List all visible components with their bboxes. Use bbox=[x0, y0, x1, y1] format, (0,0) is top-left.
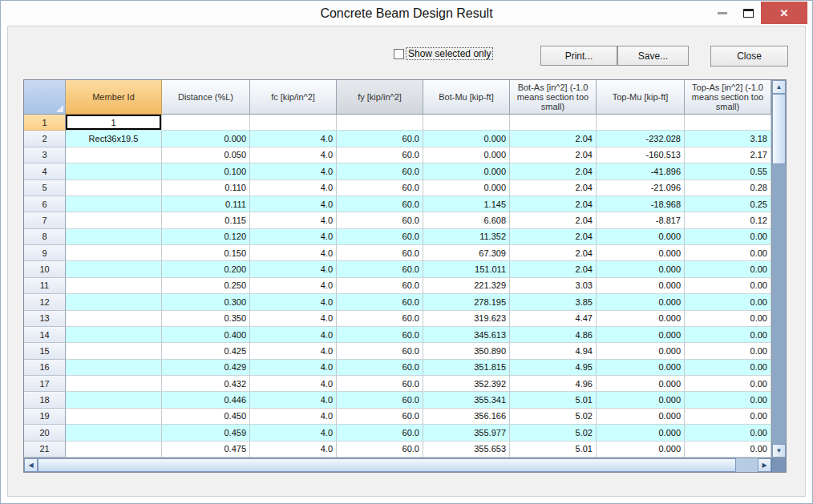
grid-cell[interactable] bbox=[66, 442, 162, 458]
scroll-up-button[interactable]: ▲ bbox=[772, 80, 786, 94]
grid-cell[interactable]: 0.000 bbox=[597, 245, 685, 261]
grid-cell[interactable] bbox=[66, 311, 162, 327]
grid-cell[interactable]: 4.0 bbox=[250, 229, 337, 245]
row-header[interactable]: 14 bbox=[24, 327, 66, 343]
grid-cell[interactable]: 4.86 bbox=[510, 327, 597, 343]
row-header[interactable]: 11 bbox=[24, 278, 66, 294]
grid-cell[interactable]: 4.0 bbox=[250, 163, 337, 179]
grid-cell[interactable]: 0.000 bbox=[597, 409, 685, 425]
grid-cell[interactable]: 319.623 bbox=[423, 311, 510, 327]
close-window-button[interactable]: ✕ bbox=[761, 2, 807, 24]
grid-cell[interactable]: 60.0 bbox=[337, 245, 423, 261]
grid-cell[interactable] bbox=[66, 196, 162, 212]
grid-cell[interactable] bbox=[66, 343, 162, 359]
column-header-member_id[interactable]: Member Id bbox=[66, 80, 162, 115]
grid-cell[interactable]: 0.000 bbox=[597, 442, 685, 458]
grid-cell[interactable]: 4.0 bbox=[250, 343, 337, 359]
row-header[interactable]: 8 bbox=[24, 229, 66, 245]
grid-cell[interactable]: 0.050 bbox=[162, 147, 250, 163]
grid-cell[interactable]: 0.12 bbox=[685, 212, 771, 228]
grid-cell[interactable]: 4.0 bbox=[250, 311, 337, 327]
grid-cell[interactable]: 4.95 bbox=[510, 360, 597, 376]
grid-cell[interactable]: 0.000 bbox=[597, 294, 685, 310]
grid-cell[interactable]: 0.00 bbox=[685, 376, 771, 392]
grid-cell[interactable]: 1 bbox=[66, 115, 162, 131]
grid-cell[interactable] bbox=[66, 245, 162, 261]
grid-cell[interactable]: 60.0 bbox=[337, 131, 423, 147]
grid-cell[interactable]: 356.166 bbox=[423, 409, 510, 425]
checkbox-box[interactable] bbox=[394, 49, 404, 59]
grid-cell[interactable]: 0.300 bbox=[162, 294, 250, 310]
grid-cell[interactable]: 4.0 bbox=[250, 196, 337, 212]
grid-cell[interactable]: 4.0 bbox=[250, 147, 337, 163]
minimize-button[interactable] bbox=[710, 2, 735, 24]
grid-cell[interactable]: 0.000 bbox=[162, 131, 250, 147]
grid-cell[interactable]: 60.0 bbox=[337, 147, 423, 163]
grid-cell[interactable] bbox=[66, 425, 162, 441]
grid-cell[interactable]: -21.096 bbox=[597, 180, 685, 196]
grid-cell[interactable]: 3.18 bbox=[685, 131, 771, 147]
grid-cell[interactable]: 60.0 bbox=[337, 343, 423, 359]
row-header[interactable]: 2 bbox=[24, 131, 66, 147]
grid-cell[interactable]: 4.0 bbox=[250, 245, 337, 261]
grid-cell[interactable]: 4.0 bbox=[250, 180, 337, 196]
grid-cell[interactable] bbox=[66, 278, 162, 294]
column-header-fy[interactable]: fy [kip/in^2] bbox=[337, 80, 423, 115]
grid-cell[interactable]: 0.000 bbox=[597, 392, 685, 408]
horizontal-scrollbar[interactable]: ◀ ▶ bbox=[24, 458, 771, 472]
grid-cell[interactable]: 0.00 bbox=[685, 425, 771, 441]
grid-cell[interactable]: 11.352 bbox=[423, 229, 510, 245]
grid-cell[interactable]: 4.0 bbox=[250, 392, 337, 408]
grid-cell[interactable]: 60.0 bbox=[337, 442, 423, 458]
row-header[interactable]: 3 bbox=[24, 147, 66, 163]
grid-cell[interactable] bbox=[66, 360, 162, 376]
grid-cell[interactable]: 60.0 bbox=[337, 278, 423, 294]
grid-cell[interactable]: 0.000 bbox=[597, 278, 685, 294]
grid-cell[interactable]: 2.04 bbox=[510, 147, 597, 163]
grid-cell[interactable]: 352.392 bbox=[423, 376, 510, 392]
column-header-distance[interactable]: Distance (%L) bbox=[162, 80, 250, 115]
column-header-bot_mu[interactable]: Bot-Mu [kip-ft] bbox=[423, 80, 510, 115]
grid-cell[interactable]: 2.17 bbox=[685, 147, 771, 163]
row-header[interactable]: 1 bbox=[24, 115, 66, 131]
grid-cell[interactable]: 278.195 bbox=[423, 294, 510, 310]
grid-cell[interactable]: -232.028 bbox=[597, 131, 685, 147]
grid-cell[interactable]: 0.00 bbox=[685, 245, 771, 261]
grid-cell[interactable] bbox=[423, 115, 510, 131]
grid-cell[interactable] bbox=[597, 115, 685, 131]
grid-cell[interactable]: 0.000 bbox=[597, 311, 685, 327]
grid-cell[interactable]: 2.04 bbox=[510, 196, 597, 212]
grid-cell[interactable]: 0.000 bbox=[597, 327, 685, 343]
column-header-top_as[interactable]: Top-As [in^2] (-1.0 means section too sm… bbox=[685, 80, 771, 115]
vertical-scrollbar[interactable]: ▲ ▼ bbox=[771, 80, 786, 458]
vertical-scroll-thumb[interactable] bbox=[772, 94, 786, 164]
grid-cell[interactable]: 0.25 bbox=[685, 196, 771, 212]
grid-cell[interactable]: 0.00 bbox=[685, 229, 771, 245]
grid-cell[interactable]: 60.0 bbox=[337, 163, 423, 179]
grid-cell[interactable]: 0.00 bbox=[685, 360, 771, 376]
grid-cell[interactable] bbox=[66, 409, 162, 425]
grid-cell[interactable]: 5.02 bbox=[510, 409, 597, 425]
grid-cell[interactable]: 2.04 bbox=[510, 245, 597, 261]
grid-cell[interactable]: 2.04 bbox=[510, 180, 597, 196]
grid-cell[interactable]: 0.120 bbox=[162, 229, 250, 245]
grid-cell[interactable]: 0.400 bbox=[162, 327, 250, 343]
row-header[interactable]: 6 bbox=[24, 196, 66, 212]
grid-cell[interactable]: 221.329 bbox=[423, 278, 510, 294]
grid-cell[interactable]: 4.0 bbox=[250, 261, 337, 277]
column-header-top_mu[interactable]: Top-Mu [kip-ft] bbox=[597, 80, 685, 115]
show-selected-checkbox[interactable]: Show selected only bbox=[394, 48, 492, 59]
grid-cell[interactable]: 4.0 bbox=[250, 425, 337, 441]
grid-cell[interactable]: 355.977 bbox=[423, 425, 510, 441]
grid-cell[interactable]: 0.459 bbox=[162, 425, 250, 441]
grid-cell[interactable]: 0.00 bbox=[685, 409, 771, 425]
grid-cell[interactable]: 5.02 bbox=[510, 425, 597, 441]
row-header[interactable]: 19 bbox=[24, 409, 66, 425]
row-header[interactable]: 18 bbox=[24, 392, 66, 408]
grid-cell[interactable]: 0.475 bbox=[162, 442, 250, 458]
grid-cell[interactable]: 0.00 bbox=[685, 278, 771, 294]
grid-cell[interactable]: 4.96 bbox=[510, 376, 597, 392]
row-header[interactable]: 15 bbox=[24, 343, 66, 359]
grid-cell[interactable]: 0.00 bbox=[685, 392, 771, 408]
grid-cell[interactable]: 3.03 bbox=[510, 278, 597, 294]
